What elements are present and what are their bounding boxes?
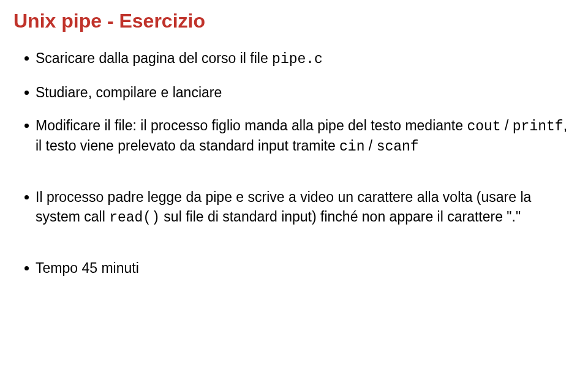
bullet-group-3: Tempo 45 minuti — [13, 259, 575, 278]
bullet-4-code-1: read() — [109, 210, 160, 226]
bullet-3-text-1: Modificare il file: il processo figlio m… — [36, 117, 467, 133]
bullet-item-5: Tempo 45 minuti — [24, 259, 575, 278]
bullet-item-1: Scaricare dalla pagina del corso il file… — [24, 49, 575, 70]
bullet-3-code-2: printf — [513, 119, 564, 135]
bullet-group-1b: Studiare, compilare e lanciare — [13, 83, 575, 103]
slide-title: Unix pipe - Esercizio — [13, 7, 575, 34]
bullet-3-code-4: scanf — [377, 139, 419, 155]
bullet-5-text: Tempo 45 minuti — [36, 260, 139, 276]
bullet-2-text: Studiare, compilare e lanciare — [36, 84, 222, 100]
bullet-group-1c: Modificare il file: il processo figlio m… — [13, 116, 575, 157]
bullet-1-code: pipe.c — [272, 51, 323, 67]
bullet-item-4: Il processo padre legge da pipe e scrive… — [24, 188, 575, 228]
bullet-group-1: Scaricare dalla pagina del corso il file… — [13, 49, 575, 70]
bullet-3-slash-2: / — [364, 138, 376, 154]
bullet-4-text-2: sul file di standard input) finché non a… — [160, 209, 521, 225]
bullet-3-slash-1: / — [501, 117, 513, 133]
bullet-3-code-1: cout — [467, 119, 500, 135]
bullet-item-2: Studiare, compilare e lanciare — [24, 83, 575, 103]
bullet-group-2: Il processo padre legge da pipe e scrive… — [13, 188, 575, 228]
bullet-3-code-3: cin — [339, 139, 364, 155]
bullet-item-3: Modificare il file: il processo figlio m… — [24, 116, 575, 157]
bullet-1-text: Scaricare dalla pagina del corso il file — [36, 50, 272, 66]
